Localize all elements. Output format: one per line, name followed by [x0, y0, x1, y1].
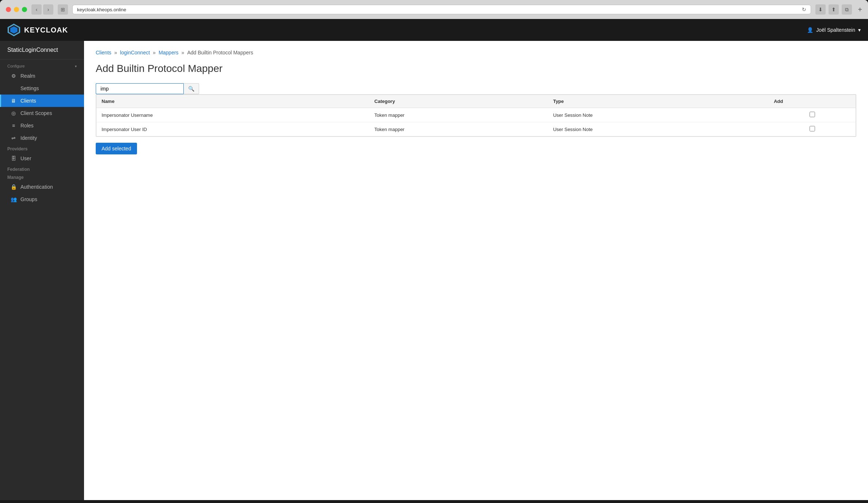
mapper-table: Name Category Type Add Impersonator User… [96, 95, 856, 137]
breadcrumb-login-connect[interactable]: loginConnect [120, 50, 150, 55]
search-container: 🔍 [96, 83, 856, 94]
groups-icon: 👥 [10, 196, 17, 202]
table-row: Impersonator User ID Token mapper User S… [96, 122, 856, 137]
sidebar-item-clients[interactable]: 🖥 Clients [0, 95, 84, 107]
traffic-lights [6, 7, 27, 12]
column-header-category: Category [369, 95, 548, 108]
user-federation-icon: 🗄 [10, 155, 17, 161]
add-tab-button[interactable]: + [858, 5, 862, 14]
refresh-button[interactable]: ↻ [802, 7, 806, 12]
app-body: StaticLoginConnect Configure ▾ ⚙ Realm S… [0, 41, 868, 500]
cell-category-1: Token mapper [369, 122, 548, 137]
breadcrumb: Clients » loginConnect » Mappers » Add B… [96, 50, 856, 55]
svg-marker-1 [10, 26, 18, 34]
content-area: Clients » loginConnect » Mappers » Add B… [84, 41, 868, 500]
table-row: Impersonator Username Token mapper User … [96, 108, 856, 122]
logo-text: KEYCLOAK [24, 26, 68, 34]
url-text: keycloak.kheops.online [77, 7, 126, 12]
user-icon: 👤 [807, 27, 813, 33]
user-menu[interactable]: 👤 Joël Spaltenstein ▾ [807, 27, 861, 33]
clients-icon: 🖥 [10, 98, 17, 104]
sidebar-item-client-scopes[interactable]: ◎ Client Scopes [0, 107, 84, 119]
authentication-icon: 🔒 [10, 184, 17, 190]
search-input[interactable] [96, 83, 183, 94]
sidebar-item-authentication[interactable]: 🔒 Authentication [0, 181, 84, 193]
sidebar-item-roles-label: Roles [20, 123, 34, 128]
minimize-button[interactable] [14, 7, 19, 12]
keycloak-logo: KEYCLOAK [7, 23, 68, 37]
maximize-button[interactable] [22, 7, 27, 12]
breadcrumb-sep-1: » [114, 50, 117, 55]
column-header-add: Add [769, 95, 856, 108]
table-wrapper: Name Category Type Add Impersonator User… [96, 94, 856, 137]
breadcrumb-clients[interactable]: Clients [96, 50, 111, 55]
sidebar-providers-section: Providers [0, 144, 84, 152]
add-checkbox-1[interactable] [810, 126, 815, 131]
realm-icon: ⚙ [10, 73, 17, 79]
add-selected-button[interactable]: Add selected [96, 143, 137, 154]
roles-icon: ≡ [10, 123, 17, 128]
configure-label: Configure [7, 64, 25, 68]
sidebar-item-clients-label: Clients [20, 98, 36, 104]
sidebar-realm-name: StaticLoginConnect [0, 41, 84, 59]
sidebar-item-realm[interactable]: ⚙ Realm [0, 70, 84, 82]
cell-add-1 [769, 122, 856, 137]
table-header-row: Name Category Type Add [96, 95, 856, 108]
column-header-type: Type [548, 95, 769, 108]
address-bar[interactable]: keycloak.kheops.online ↻ [72, 5, 811, 14]
sidebar-item-settings[interactable]: Settings [0, 82, 84, 95]
breadcrumb-sep-2: » [153, 50, 156, 55]
cell-type-1: User Session Note [548, 122, 769, 137]
cell-name-1: Impersonator User ID [96, 122, 369, 137]
search-button[interactable]: 🔍 [183, 83, 199, 94]
cell-type-0: User Session Note [548, 108, 769, 122]
forward-button[interactable]: › [43, 4, 53, 15]
close-button[interactable] [6, 7, 11, 12]
back-button[interactable]: ‹ [31, 4, 42, 15]
sidebar-item-settings-label: Settings [20, 85, 39, 91]
sidebar-item-user-label: User [20, 155, 31, 161]
sidebar-manage-section: Manage [0, 173, 84, 181]
tab-manager-button[interactable]: ⧉ [842, 4, 852, 15]
browser-chrome: ‹ › ⊞ keycloak.kheops.online ↻ ⬇ ⬆ ⧉ + [0, 0, 868, 19]
page-title: Add Builtin Protocol Mapper [96, 63, 856, 74]
sidebar-item-identity[interactable]: ⇌ Identity [0, 132, 84, 144]
cell-name-0: Impersonator Username [96, 108, 369, 122]
breadcrumb-mappers[interactable]: Mappers [159, 50, 178, 55]
client-scopes-icon: ◎ [10, 110, 17, 116]
add-checkbox-0[interactable] [810, 112, 815, 117]
identity-icon: ⇌ [10, 135, 17, 141]
sidebar: StaticLoginConnect Configure ▾ ⚙ Realm S… [0, 41, 84, 500]
sidebar-item-identity-label: Identity [20, 135, 37, 141]
keycloak-logo-icon [7, 23, 20, 37]
column-header-name: Name [96, 95, 369, 108]
user-name: Joël Spaltenstein [816, 27, 855, 33]
cell-category-0: Token mapper [369, 108, 548, 122]
browser-titlebar: ‹ › ⊞ keycloak.kheops.online ↻ ⬇ ⬆ ⧉ + [0, 0, 868, 19]
breadcrumb-sep-3: » [182, 50, 184, 55]
chevron-down-icon: ▾ [858, 27, 861, 33]
download-button[interactable]: ⬇ [815, 4, 826, 15]
sidebar-federation-section: Federation [0, 165, 84, 173]
sidebar-item-user[interactable]: 🗄 User [0, 152, 84, 165]
share-button[interactable]: ⬆ [829, 4, 839, 15]
sidebar-configure-section[interactable]: Configure ▾ [0, 59, 84, 70]
search-icon: 🔍 [188, 86, 194, 92]
sidebar-item-groups[interactable]: 👥 Groups [0, 193, 84, 206]
sidebar-item-roles[interactable]: ≡ Roles [0, 119, 84, 132]
cell-add-0 [769, 108, 856, 122]
configure-chevron-icon: ▾ [75, 64, 77, 68]
breadcrumb-current: Add Builtin Protocol Mappers [187, 50, 253, 55]
nav-buttons: ‹ › [31, 4, 53, 15]
browser-actions: ⬇ ⬆ ⧉ [815, 4, 852, 15]
sidebar-item-realm-label: Realm [20, 73, 35, 79]
sidebar-item-client-scopes-label: Client Scopes [20, 110, 52, 116]
sidebar-item-authentication-label: Authentication [20, 184, 53, 190]
app-container: KEYCLOAK 👤 Joël Spaltenstein ▾ StaticLog… [0, 19, 868, 500]
app-header: KEYCLOAK 👤 Joël Spaltenstein ▾ [0, 19, 868, 41]
sidebar-item-groups-label: Groups [20, 196, 37, 202]
layout-button[interactable]: ⊞ [58, 4, 68, 15]
